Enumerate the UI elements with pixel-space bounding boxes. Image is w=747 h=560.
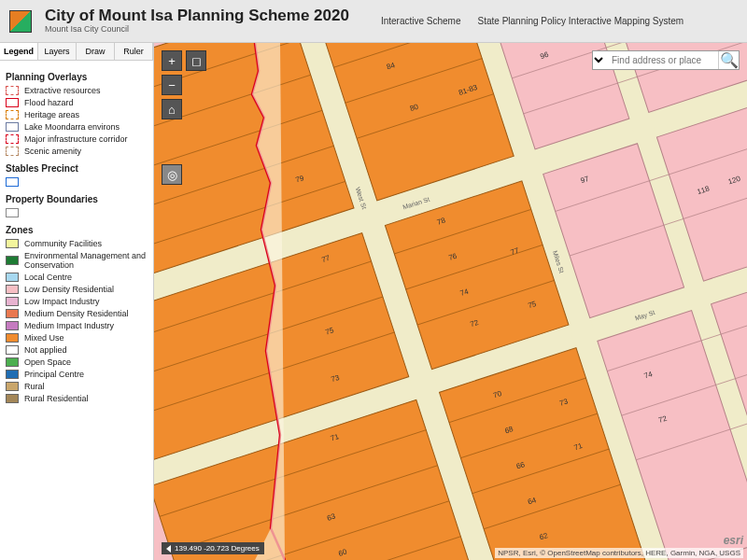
legend-label: Rural [24,382,45,391]
legend-panel: Planning OverlaysExtractive resourcesFlo… [0,61,153,555]
app-title: City of Mount Isa Planning Scheme 2020 [45,7,349,25]
legend-group-title: Planning Overlays [6,72,148,82]
legend-swatch [6,345,19,355]
legend-group-title: Property Boundaries [6,194,148,204]
legend-swatch [6,86,19,95]
search-icon[interactable]: 🔍 [718,51,739,69]
search-source-dropdown[interactable]: ▾ [593,51,606,69]
legend-label: Flood hazard [24,98,74,107]
legend-label: Community Facilities [24,239,102,248]
zoom-out-button[interactable]: − [162,75,182,95]
legend-item: Principal Centre [6,370,148,379]
header-links: Interactive Scheme State Planning Policy… [381,16,684,26]
legend-label: Rural Residential [24,394,89,403]
sidebar-tabs: Legend Layers Draw Ruler [0,43,153,61]
legend-item: Community Facilities [6,239,148,248]
expand-icon[interactable] [166,545,171,553]
legend-item: Medium Density Residential [6,309,148,318]
map-viewport[interactable]: West St Miles St Marian St May St 79 77 … [154,43,747,560]
esri-logo: esri [724,534,743,547]
legend-item: Mixed Use [6,333,148,343]
legend-item: Heritage areas [6,110,148,119]
legend-label: Scenic amenity [24,147,81,156]
legend-swatch [6,321,19,330]
legend-item: Open Space [6,357,148,367]
legend-item: Low Impact Industry [6,297,148,306]
legend-swatch [6,177,19,187]
legend-item: Extractive resources [6,86,148,95]
map-controls: + − ⌂ ◎ [162,50,182,185]
legend-group-title: Stables Precinct [6,163,148,174]
attribution-text: NPSR, Esri, © OpenStreetMap contributors… [495,548,743,558]
legend-item: Low Density Residential [6,285,148,294]
legend-item: Lake Moondarra environs [6,122,148,132]
legend-item [6,208,148,217]
app-logo [9,10,32,33]
locate-button[interactable]: ◎ [162,164,182,185]
legend-label: Low Impact Industry [24,297,100,306]
legend-label: Local Centre [24,273,72,282]
legend-item: Rural Residential [6,394,148,403]
legend-item: Local Centre [6,273,148,282]
tab-ruler[interactable]: Ruler [115,43,153,60]
link-spp-mapping[interactable]: State Planning Policy Interactive Mappin… [478,16,684,26]
legend-label: Mixed Use [24,333,64,343]
legend-swatch [6,273,19,282]
legend-swatch [6,256,19,265]
legend-item: Medium Impact Industry [6,321,148,330]
legend-label: Major infrastructure corridor [24,134,128,144]
legend-label: Principal Centre [24,370,84,379]
legend-swatch [6,382,19,391]
legend-item: Environmental Management and Conservatio… [6,251,148,270]
legend-swatch [6,333,19,343]
legend-swatch [6,147,19,156]
legend-label: Not applied [24,345,67,355]
legend-label: Environmental Management and Conservatio… [24,251,148,270]
default-extent-button[interactable]: ◻ [186,50,206,71]
sidebar: Legend Layers Draw Ruler Planning Overla… [0,43,154,560]
legend-group-title: Zones [6,225,148,235]
zoom-in-button[interactable]: + [162,50,182,71]
legend-label: Medium Impact Industry [24,321,114,330]
coordinate-readout: 139.490 -20.723 Degrees [162,542,264,554]
legend-item [6,177,148,187]
tab-draw[interactable]: Draw [77,43,115,60]
search-input[interactable] [606,51,718,69]
legend-item: Flood hazard [6,98,148,107]
legend-swatch [6,370,19,379]
legend-swatch [6,309,19,318]
legend-label: Extractive resources [24,86,101,95]
legend-swatch [6,134,19,144]
legend-swatch [6,98,19,107]
coords-text: 139.490 -20.723 Degrees [175,544,260,553]
legend-item: Major infrastructure corridor [6,134,148,144]
legend-item: Rural [6,382,148,391]
legend-swatch [6,297,19,306]
legend-item: Scenic amenity [6,147,148,156]
legend-label: Medium Density Residential [24,309,129,318]
legend-swatch [6,285,19,294]
legend-swatch [6,394,19,403]
main: Legend Layers Draw Ruler Planning Overla… [0,43,747,560]
legend-item: Not applied [6,345,148,355]
search-box: ▾ 🔍 [592,50,740,70]
legend-label: Open Space [24,357,71,367]
app-subtitle: Mount Isa City Council [45,25,349,35]
home-button[interactable]: ⌂ [162,99,182,119]
legend-swatch [6,122,19,132]
legend-swatch [6,110,19,119]
link-interactive-scheme[interactable]: Interactive Scheme [381,16,461,26]
tab-layers[interactable]: Layers [38,43,77,60]
legend-swatch [6,208,19,217]
legend-label: Lake Moondarra environs [24,122,120,132]
legend-swatch [6,239,19,248]
header: City of Mount Isa Planning Scheme 2020 M… [0,0,747,43]
map-canvas[interactable]: West St Miles St Marian St May St 79 77 … [154,43,747,560]
legend-label: Heritage areas [24,110,79,119]
title-block: City of Mount Isa Planning Scheme 2020 M… [45,7,349,35]
legend-label: Low Density Residential [24,285,114,294]
tab-legend[interactable]: Legend [0,43,38,60]
legend-swatch [6,357,19,367]
